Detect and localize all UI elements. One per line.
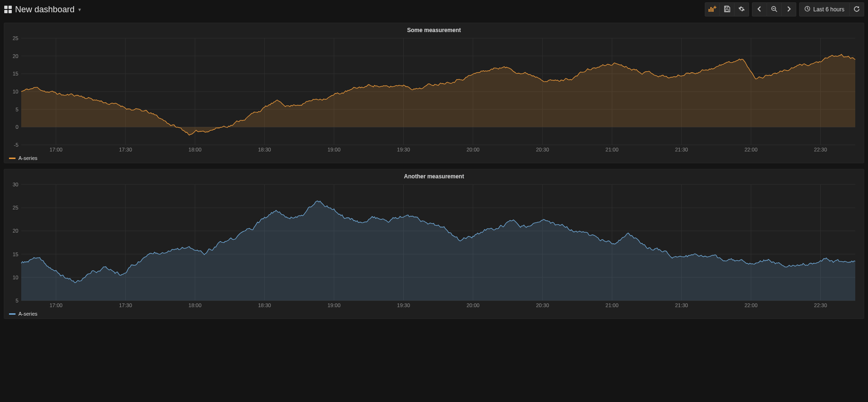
settings-button[interactable] (734, 2, 749, 17)
toolbar-group-actions (705, 2, 749, 17)
save-dashboard-button[interactable] (720, 2, 734, 17)
svg-rect-1 (8, 6, 12, 9)
svg-text:22:30: 22:30 (814, 302, 827, 308)
time-forward-button[interactable] (782, 2, 796, 17)
svg-text:18:00: 18:00 (189, 302, 202, 308)
refresh-button[interactable] (850, 2, 864, 17)
chevron-left-icon (757, 6, 762, 13)
svg-line-12 (775, 10, 777, 12)
svg-rect-5 (710, 7, 712, 12)
time-range-label: Last 6 hours (813, 6, 844, 13)
panel-legend[interactable]: A-series (7, 153, 861, 161)
legend-swatch (9, 158, 16, 159)
dashboard-title-dropdown[interactable]: New dashboard ▾ (4, 5, 81, 15)
toolbar-group-timenav (752, 2, 796, 17)
svg-text:22:30: 22:30 (814, 147, 827, 152)
gear-icon (738, 6, 745, 14)
svg-text:10: 10 (13, 275, 18, 280)
chevron-right-icon (786, 6, 791, 13)
svg-text:20: 20 (13, 228, 18, 234)
svg-text:-5: -5 (14, 142, 18, 148)
svg-text:22:00: 22:00 (744, 302, 758, 308)
save-icon (724, 6, 730, 14)
toolbar-group-timerange: Last 6 hours (799, 2, 864, 17)
zoom-out-button[interactable] (767, 2, 782, 17)
chart-area[interactable]: 5101520253017:0017:3018:0018:3019:0019:3… (7, 182, 861, 309)
legend-label: A-series (18, 155, 37, 161)
svg-text:10: 10 (13, 89, 18, 94)
panels-area: Some measurement -5051015202517:0017:301… (0, 19, 868, 323)
svg-text:17:30: 17:30 (119, 147, 132, 152)
svg-rect-10 (726, 9, 728, 11)
dashboard-icon (4, 5, 12, 14)
svg-text:19:00: 19:00 (327, 147, 341, 152)
panel-title[interactable]: Some measurement (7, 26, 861, 35)
svg-text:0: 0 (16, 124, 18, 130)
svg-text:19:30: 19:30 (397, 147, 410, 152)
topbar: New dashboard ▾ (0, 0, 868, 19)
svg-text:22:00: 22:00 (744, 147, 758, 152)
legend-label: A-series (18, 311, 37, 317)
chart-svg: -5051015202517:0017:3018:0018:3019:0019:… (7, 35, 861, 153)
svg-text:17:30: 17:30 (119, 302, 132, 308)
legend-swatch (9, 313, 16, 315)
svg-rect-3 (8, 10, 12, 13)
chart-area[interactable]: -5051015202517:0017:3018:0018:3019:0019:… (7, 35, 861, 153)
svg-text:20:30: 20:30 (536, 147, 549, 152)
caret-down-icon: ▾ (78, 7, 81, 13)
panel-legend[interactable]: A-series (7, 309, 861, 317)
svg-rect-4 (709, 9, 710, 12)
svg-text:20:30: 20:30 (536, 302, 549, 308)
svg-text:5: 5 (16, 298, 18, 303)
svg-text:17:00: 17:00 (50, 147, 63, 152)
svg-text:21:30: 21:30 (675, 147, 688, 152)
svg-text:30: 30 (13, 182, 18, 187)
time-range-picker[interactable]: Last 6 hours (799, 2, 850, 17)
chart-svg: 5101520253017:0017:3018:0018:3019:0019:3… (7, 182, 861, 309)
add-panel-icon (708, 6, 717, 14)
svg-text:21:00: 21:00 (606, 302, 619, 308)
svg-text:5: 5 (16, 107, 18, 112)
svg-rect-6 (712, 8, 714, 12)
svg-text:18:30: 18:30 (258, 147, 271, 152)
svg-rect-2 (4, 10, 8, 13)
svg-text:18:00: 18:00 (189, 147, 202, 152)
zoom-out-icon (771, 6, 777, 14)
svg-rect-0 (4, 6, 8, 9)
time-back-button[interactable] (752, 2, 767, 17)
svg-text:20:00: 20:00 (467, 147, 480, 152)
add-panel-button[interactable] (705, 2, 720, 17)
svg-text:25: 25 (13, 205, 18, 210)
svg-text:15: 15 (13, 251, 18, 257)
dashboard-title: New dashboard (15, 5, 75, 15)
svg-text:21:00: 21:00 (606, 147, 619, 152)
svg-text:20: 20 (13, 53, 18, 59)
panel-some-measurement: Some measurement -5051015202517:0017:301… (4, 23, 864, 163)
refresh-icon (853, 6, 860, 14)
svg-text:21:30: 21:30 (675, 302, 688, 308)
svg-text:17:00: 17:00 (50, 302, 63, 308)
svg-text:19:00: 19:00 (327, 302, 341, 308)
svg-text:25: 25 (13, 35, 18, 41)
panel-another-measurement: Another measurement 5101520253017:0017:3… (4, 169, 864, 319)
svg-text:15: 15 (13, 71, 18, 76)
clock-icon (804, 6, 810, 13)
svg-text:20:00: 20:00 (467, 302, 480, 308)
panel-title[interactable]: Another measurement (7, 172, 861, 182)
svg-text:19:30: 19:30 (397, 302, 410, 308)
svg-text:18:30: 18:30 (258, 302, 271, 308)
